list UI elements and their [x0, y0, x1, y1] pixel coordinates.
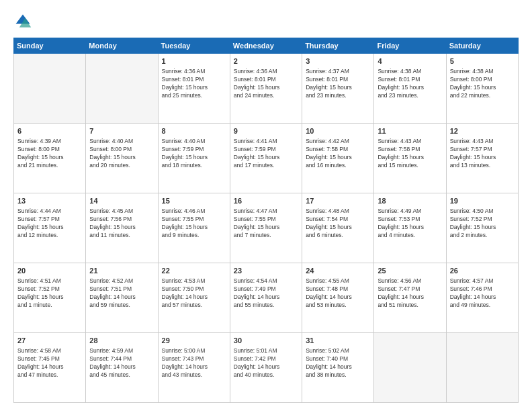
day-info: Sunrise: 4:39 AM Sunset: 8:00 PM Dayligh…: [17, 138, 82, 170]
calendar-day-cell: 15Sunrise: 4:46 AM Sunset: 7:55 PM Dayli…: [158, 193, 230, 263]
day-number: 10: [306, 126, 370, 136]
calendar-day-cell: 29Sunrise: 5:00 AM Sunset: 7:43 PM Dayli…: [158, 333, 230, 403]
calendar-day-cell: 30Sunrise: 5:01 AM Sunset: 7:42 PM Dayli…: [230, 333, 302, 403]
calendar-day-cell: 1Sunrise: 4:36 AM Sunset: 8:01 PM Daylig…: [158, 54, 230, 124]
calendar-day-cell: 19Sunrise: 4:50 AM Sunset: 7:52 PM Dayli…: [446, 193, 518, 263]
day-number: 14: [89, 196, 154, 206]
header: [13, 12, 519, 31]
day-info: Sunrise: 4:53 AM Sunset: 7:50 PM Dayligh…: [162, 277, 226, 310]
calendar-weekday-header: Friday: [374, 38, 446, 54]
day-info: Sunrise: 4:40 AM Sunset: 7:59 PM Dayligh…: [162, 138, 226, 170]
page: SundayMondayTuesdayWednesdayThursdayFrid…: [0, 0, 532, 411]
day-number: 11: [378, 126, 442, 136]
calendar-day-cell: 25Sunrise: 4:56 AM Sunset: 7:47 PM Dayli…: [374, 263, 446, 333]
calendar-day-cell: 18Sunrise: 4:49 AM Sunset: 7:53 PM Dayli…: [374, 193, 446, 263]
day-number: 16: [234, 196, 298, 206]
day-info: Sunrise: 4:42 AM Sunset: 7:58 PM Dayligh…: [306, 138, 370, 170]
calendar-weekday-header: Tuesday: [158, 38, 230, 54]
day-info: Sunrise: 4:36 AM Sunset: 8:01 PM Dayligh…: [234, 68, 298, 100]
calendar-day-cell: 31Sunrise: 5:02 AM Sunset: 7:40 PM Dayli…: [302, 333, 374, 403]
day-info: Sunrise: 4:57 AM Sunset: 7:46 PM Dayligh…: [450, 277, 515, 310]
day-info: Sunrise: 4:37 AM Sunset: 8:01 PM Dayligh…: [306, 68, 370, 100]
calendar-week-row: 20Sunrise: 4:51 AM Sunset: 7:52 PM Dayli…: [14, 263, 519, 333]
day-number: 12: [450, 126, 515, 136]
day-number: 8: [162, 126, 226, 136]
day-info: Sunrise: 4:56 AM Sunset: 7:47 PM Dayligh…: [378, 277, 442, 310]
day-number: 4: [378, 56, 442, 66]
calendar-day-cell: 6Sunrise: 4:39 AM Sunset: 8:00 PM Daylig…: [14, 124, 86, 193]
calendar-week-row: 27Sunrise: 4:58 AM Sunset: 7:45 PM Dayli…: [14, 333, 519, 403]
calendar-day-cell: 21Sunrise: 4:52 AM Sunset: 7:51 PM Dayli…: [86, 263, 158, 333]
day-number: 18: [378, 196, 442, 206]
day-number: 28: [89, 336, 154, 346]
calendar-table: SundayMondayTuesdayWednesdayThursdayFrid…: [13, 38, 519, 403]
calendar-day-cell: [86, 54, 158, 124]
day-info: Sunrise: 4:36 AM Sunset: 8:01 PM Dayligh…: [162, 68, 226, 100]
calendar-weekday-header: Sunday: [14, 38, 86, 54]
day-info: Sunrise: 4:55 AM Sunset: 7:48 PM Dayligh…: [306, 277, 370, 310]
calendar-day-cell: 11Sunrise: 4:43 AM Sunset: 7:58 PM Dayli…: [374, 124, 446, 193]
day-info: Sunrise: 4:40 AM Sunset: 8:00 PM Dayligh…: [89, 138, 154, 170]
day-number: 2: [234, 56, 298, 66]
day-info: Sunrise: 4:43 AM Sunset: 7:57 PM Dayligh…: [450, 138, 515, 170]
day-number: 25: [378, 266, 442, 276]
calendar-day-cell: 26Sunrise: 4:57 AM Sunset: 7:46 PM Dayli…: [446, 263, 518, 333]
calendar-day-cell: 27Sunrise: 4:58 AM Sunset: 7:45 PM Dayli…: [14, 333, 86, 403]
calendar-day-cell: 16Sunrise: 4:47 AM Sunset: 7:55 PM Dayli…: [230, 193, 302, 263]
logo-icon: [13, 12, 32, 31]
day-number: 6: [17, 126, 82, 136]
calendar-week-row: 1Sunrise: 4:36 AM Sunset: 8:01 PM Daylig…: [14, 54, 519, 124]
day-info: Sunrise: 5:00 AM Sunset: 7:43 PM Dayligh…: [162, 347, 226, 379]
day-info: Sunrise: 5:02 AM Sunset: 7:40 PM Dayligh…: [306, 347, 370, 379]
calendar-day-cell: 23Sunrise: 4:54 AM Sunset: 7:49 PM Dayli…: [230, 263, 302, 333]
day-number: 3: [306, 56, 370, 66]
day-number: 23: [234, 266, 298, 276]
calendar-day-cell: 7Sunrise: 4:40 AM Sunset: 8:00 PM Daylig…: [86, 124, 158, 193]
calendar-day-cell: 13Sunrise: 4:44 AM Sunset: 7:57 PM Dayli…: [14, 193, 86, 263]
day-info: Sunrise: 4:52 AM Sunset: 7:51 PM Dayligh…: [89, 277, 154, 310]
day-number: 13: [17, 196, 82, 206]
calendar-day-cell: 5Sunrise: 4:38 AM Sunset: 8:00 PM Daylig…: [446, 54, 518, 124]
day-info: Sunrise: 4:46 AM Sunset: 7:55 PM Dayligh…: [162, 208, 226, 240]
calendar-day-cell: 22Sunrise: 4:53 AM Sunset: 7:50 PM Dayli…: [158, 263, 230, 333]
day-info: Sunrise: 4:50 AM Sunset: 7:52 PM Dayligh…: [450, 208, 515, 240]
calendar-day-cell: [446, 333, 518, 403]
calendar-day-cell: 12Sunrise: 4:43 AM Sunset: 7:57 PM Dayli…: [446, 124, 518, 193]
calendar-day-cell: 20Sunrise: 4:51 AM Sunset: 7:52 PM Dayli…: [14, 263, 86, 333]
calendar-week-row: 13Sunrise: 4:44 AM Sunset: 7:57 PM Dayli…: [14, 193, 519, 263]
calendar-weekday-header: Wednesday: [230, 38, 302, 54]
calendar-day-cell: 8Sunrise: 4:40 AM Sunset: 7:59 PM Daylig…: [158, 124, 230, 193]
calendar-day-cell: [374, 333, 446, 403]
day-info: Sunrise: 4:58 AM Sunset: 7:45 PM Dayligh…: [17, 347, 82, 379]
calendar-day-cell: 4Sunrise: 4:38 AM Sunset: 8:01 PM Daylig…: [374, 54, 446, 124]
day-info: Sunrise: 4:45 AM Sunset: 7:56 PM Dayligh…: [89, 208, 154, 240]
calendar-header-row: SundayMondayTuesdayWednesdayThursdayFrid…: [14, 38, 519, 54]
day-number: 26: [450, 266, 515, 276]
day-info: Sunrise: 4:43 AM Sunset: 7:58 PM Dayligh…: [378, 138, 442, 170]
day-info: Sunrise: 4:49 AM Sunset: 7:53 PM Dayligh…: [378, 208, 442, 240]
day-info: Sunrise: 4:41 AM Sunset: 7:59 PM Dayligh…: [234, 138, 298, 170]
day-number: 31: [306, 336, 370, 346]
day-number: 30: [234, 336, 298, 346]
day-number: 21: [89, 266, 154, 276]
day-info: Sunrise: 4:48 AM Sunset: 7:54 PM Dayligh…: [306, 208, 370, 240]
calendar-weekday-header: Thursday: [302, 38, 374, 54]
day-number: 1: [162, 56, 226, 66]
calendar-week-row: 6Sunrise: 4:39 AM Sunset: 8:00 PM Daylig…: [14, 124, 519, 193]
calendar-day-cell: 2Sunrise: 4:36 AM Sunset: 8:01 PM Daylig…: [230, 54, 302, 124]
day-info: Sunrise: 4:38 AM Sunset: 8:00 PM Dayligh…: [450, 68, 515, 100]
day-number: 9: [234, 126, 298, 136]
logo: [13, 12, 35, 31]
day-info: Sunrise: 4:44 AM Sunset: 7:57 PM Dayligh…: [17, 208, 82, 240]
calendar-day-cell: [14, 54, 86, 124]
day-info: Sunrise: 4:54 AM Sunset: 7:49 PM Dayligh…: [234, 277, 298, 310]
calendar-day-cell: 28Sunrise: 4:59 AM Sunset: 7:44 PM Dayli…: [86, 333, 158, 403]
day-number: 17: [306, 196, 370, 206]
calendar-day-cell: 17Sunrise: 4:48 AM Sunset: 7:54 PM Dayli…: [302, 193, 374, 263]
day-number: 29: [162, 336, 226, 346]
day-info: Sunrise: 4:47 AM Sunset: 7:55 PM Dayligh…: [234, 208, 298, 240]
day-number: 7: [89, 126, 154, 136]
day-number: 15: [162, 196, 226, 206]
calendar-weekday-header: Monday: [86, 38, 158, 54]
day-number: 5: [450, 56, 515, 66]
